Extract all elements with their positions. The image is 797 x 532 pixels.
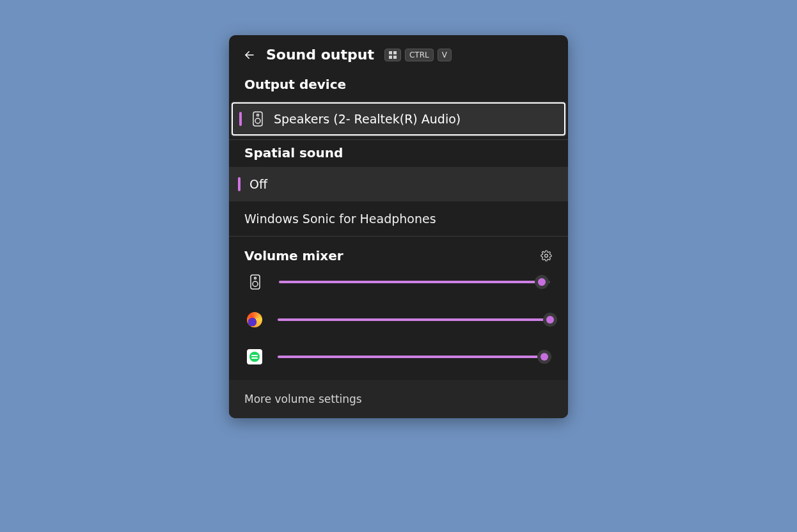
mixer-row-system-speaker	[247, 274, 550, 290]
slider-fill	[278, 318, 550, 321]
panel-title: Sound output	[266, 47, 374, 63]
gear-icon	[541, 250, 552, 262]
volume-mixer-rows	[229, 270, 568, 380]
slider-fill	[279, 281, 542, 283]
v-key: V	[438, 49, 452, 61]
slider-thumb[interactable]	[535, 275, 549, 289]
spatial-option-label: Off	[249, 177, 267, 191]
output-device-option[interactable]: Speakers (2- Realtek(R) Audio)	[230, 101, 567, 137]
ctrl-key: CTRL	[405, 49, 434, 61]
slider-thumb[interactable]	[543, 313, 557, 327]
arrow-left-icon	[244, 49, 255, 61]
slider-fill	[278, 356, 544, 358]
svg-point-6	[256, 114, 258, 116]
svg-rect-1	[389, 51, 392, 54]
speaker-icon	[251, 111, 265, 127]
svg-point-7	[255, 118, 260, 123]
svg-point-11	[253, 281, 258, 286]
svg-rect-3	[389, 56, 392, 59]
selection-mark	[239, 112, 242, 126]
svg-rect-2	[393, 51, 397, 54]
shortcut-hint: CTRL V	[384, 49, 452, 61]
mixer-row-firefox	[247, 312, 550, 327]
spotify-icon	[247, 349, 262, 364]
more-volume-settings-label: More volume settings	[244, 393, 362, 405]
output-device-label: Speakers (2- Realtek(R) Audio)	[274, 112, 461, 126]
panel-header: Sound output CTRL V	[229, 35, 568, 72]
win-key-icon	[384, 49, 401, 61]
sound-output-panel: Sound output CTRL V Output device Speake…	[229, 35, 568, 418]
speaker-icon	[247, 274, 264, 290]
volume-slider-firefox[interactable]	[278, 313, 550, 326]
output-device-heading: Output device	[229, 72, 568, 98]
spatial-sound-heading: Spatial sound	[229, 140, 568, 167]
selection-mark	[238, 177, 241, 191]
mixer-row-spotify	[247, 349, 550, 364]
more-volume-settings[interactable]: More volume settings	[229, 380, 568, 418]
volume-slider-spotify[interactable]	[278, 350, 550, 363]
spatial-option-off[interactable]: Off	[229, 167, 568, 201]
back-button[interactable]	[243, 49, 256, 61]
svg-rect-4	[393, 56, 397, 59]
spatial-option-windows-sonic[interactable]: Windows Sonic for Headphones	[229, 201, 568, 236]
svg-point-10	[255, 278, 256, 279]
slider-thumb[interactable]	[537, 350, 551, 364]
spatial-option-label: Windows Sonic for Headphones	[244, 212, 436, 226]
mixer-settings-button[interactable]	[540, 249, 553, 262]
svg-point-8	[545, 254, 548, 258]
volume-mixer-header: Volume mixer	[229, 237, 568, 270]
volume-mixer-heading: Volume mixer	[244, 248, 343, 263]
volume-slider-system-speaker[interactable]	[279, 276, 550, 288]
firefox-icon	[247, 312, 262, 327]
